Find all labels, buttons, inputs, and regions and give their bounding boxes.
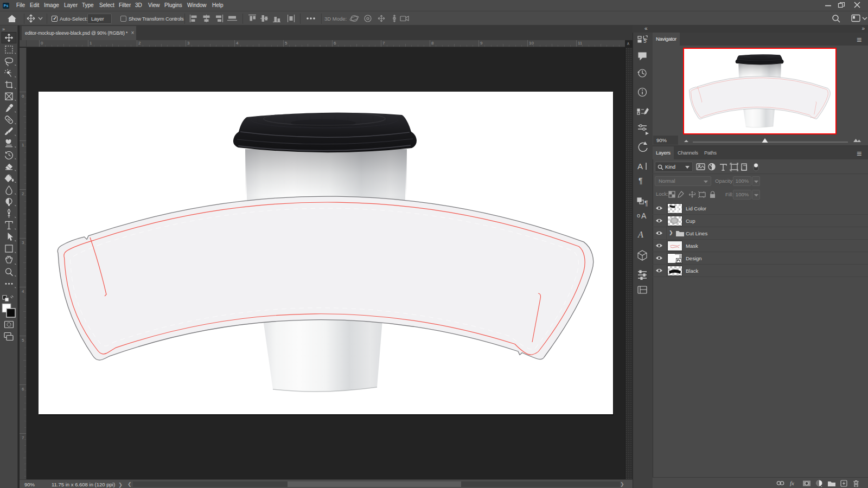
svg-text:¶: ¶	[644, 200, 648, 207]
svg-text:A: A	[641, 211, 647, 220]
svg-text:fx: fx	[790, 480, 794, 486]
svg-text:5: 5	[643, 38, 647, 44]
svg-text:o: o	[637, 212, 640, 219]
svg-text:A: A	[637, 162, 643, 171]
svg-text:A: A	[637, 230, 643, 239]
svg-text:¶: ¶	[639, 176, 643, 185]
